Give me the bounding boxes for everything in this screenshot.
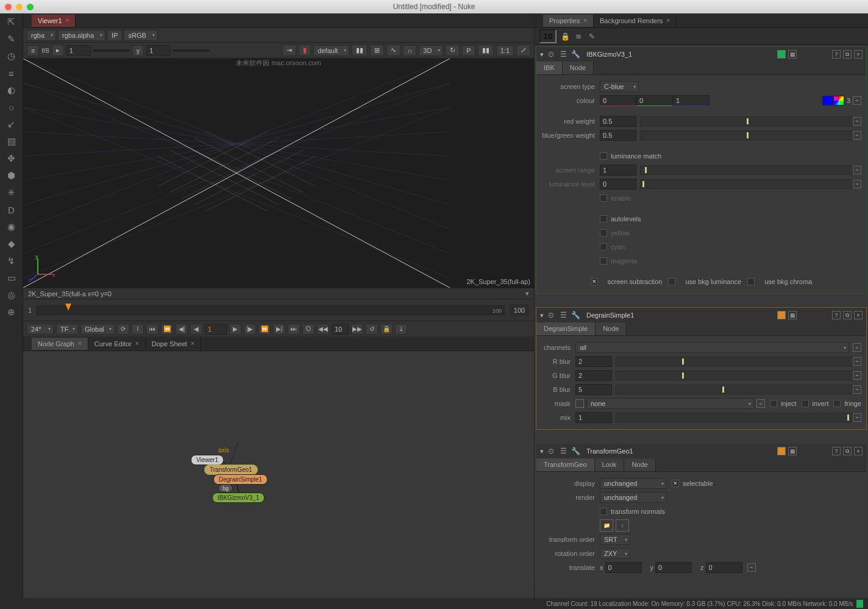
anim-icon[interactable]: ~ — [853, 357, 861, 366]
slider[interactable] — [616, 357, 853, 366]
timeline-track[interactable]: 100 — [37, 305, 505, 315]
tool-icon[interactable]: ↯ — [5, 255, 18, 267]
check-bkg-chroma[interactable] — [747, 278, 755, 285]
play-icon[interactable]: ▶ — [229, 324, 241, 335]
close-icon[interactable]: × — [666, 17, 670, 24]
current-frame[interactable] — [205, 324, 227, 335]
close-icon[interactable]: × — [78, 340, 82, 347]
out-icon[interactable]: O — [302, 324, 315, 335]
node-degrain[interactable]: DegrainSimple1 — [213, 474, 268, 485]
translate-x[interactable] — [605, 562, 642, 573]
tool-icon[interactable]: ▤ — [5, 135, 18, 148]
link-icon[interactable]: ☰ — [558, 49, 568, 59]
prev-frame-icon[interactable]: ◀ — [190, 324, 202, 335]
panel-header[interactable]: ▾ ⊙ ☰ 🔧 TransformGeo1 ▩ ? ⧉ × — [536, 444, 866, 458]
tf-drop[interactable]: TF — [56, 324, 78, 335]
check-bkg-lum[interactable] — [668, 278, 675, 285]
center-icon[interactable]: ⊙ — [546, 310, 556, 320]
checker-icon[interactable]: ▩ — [788, 447, 797, 455]
skip-fwd-icon[interactable]: ▶▶ — [351, 324, 363, 335]
prev-key-icon[interactable]: ⏪ — [161, 324, 173, 335]
colour-r[interactable] — [600, 95, 636, 106]
alpha-drop[interactable]: rgba.alpha — [58, 30, 105, 41]
node-color-icon[interactable] — [777, 311, 786, 319]
check-yellow[interactable] — [600, 229, 607, 237]
close-icon[interactable]: × — [135, 340, 139, 347]
step-back-icon[interactable]: ◀| — [176, 324, 188, 335]
close-icon[interactable]: × — [583, 17, 587, 24]
slider[interactable] — [640, 116, 853, 126]
pencil-icon[interactable]: ✎ — [587, 32, 597, 41]
help-icon[interactable]: ? — [832, 447, 841, 455]
checker-icon[interactable]: ▩ — [788, 50, 797, 59]
tool-icon[interactable]: ⬢ — [5, 169, 18, 182]
slider[interactable] — [616, 413, 853, 422]
mask-check[interactable] — [575, 399, 584, 408]
tool-icon[interactable]: ✥ — [5, 152, 18, 165]
rotation-order-drop[interactable]: ZXY — [600, 548, 630, 559]
tool-icon[interactable]: ◆ — [5, 238, 18, 250]
viewer-tab[interactable]: Viewer1 × — [32, 15, 76, 27]
screen-type-drop[interactable]: C-blue — [600, 81, 639, 92]
undock-icon[interactable]: ⧉ — [843, 50, 852, 59]
lock-icon[interactable]: 🔒 — [560, 32, 570, 41]
tab-ibk[interactable]: IBK — [536, 62, 563, 74]
wrench-icon[interactable]: 🔧 — [571, 446, 580, 456]
tool-icon[interactable]: ◷ — [5, 50, 18, 62]
undock-icon[interactable]: ⧉ — [843, 311, 852, 319]
export-icon[interactable]: ⤓ — [395, 324, 407, 335]
close-icon[interactable]: × — [854, 50, 863, 59]
check-lum-match[interactable] — [600, 152, 607, 160]
proxy-icon[interactable]: P — [462, 45, 475, 56]
check-transform-normals[interactable] — [600, 508, 607, 515]
slider[interactable] — [616, 385, 853, 394]
gamma-input[interactable] — [146, 45, 171, 56]
loop-icon[interactable]: ↺ — [366, 324, 378, 335]
collapse-icon[interactable]: ▾ — [540, 51, 544, 59]
mask-drop[interactable]: none — [586, 398, 754, 409]
check-inject[interactable] — [770, 400, 777, 407]
transform-order-drop[interactable]: SRT — [600, 534, 630, 545]
channel-drop[interactable]: rgba — [27, 30, 56, 41]
tab-node[interactable]: Node — [596, 322, 627, 335]
tool-icon[interactable]: ✳ — [5, 187, 18, 199]
node-bg[interactable]: bg — [218, 484, 233, 493]
lum-level[interactable] — [600, 179, 636, 190]
tool-icon[interactable]: ≡ — [5, 67, 18, 79]
menu-icon[interactable]: ≡ — [27, 45, 39, 56]
scope-drop[interactable]: Global — [80, 324, 115, 335]
slider[interactable] — [640, 179, 853, 189]
skip-back-icon[interactable]: ◀◀ — [317, 324, 329, 335]
timeline[interactable]: 1 100 100 — [23, 299, 534, 321]
translate-z[interactable] — [706, 562, 742, 573]
anim-icon[interactable]: ~ — [853, 166, 861, 174]
help-icon[interactable]: ? — [832, 311, 841, 319]
slider[interactable] — [640, 130, 853, 140]
node-graph[interactable]: axis Viewer1 TransformGeo1 DegrainSimple… — [23, 351, 534, 609]
tab-node-graph[interactable]: Node Graph× — [32, 338, 88, 350]
zoom-window[interactable] — [27, 4, 34, 10]
minimize-window[interactable] — [16, 4, 23, 10]
display-drop[interactable]: unchanged — [600, 478, 667, 489]
node-transformgeo[interactable]: TransformGeo1 — [204, 465, 258, 475]
y-toggle[interactable]: y — [132, 45, 144, 56]
help-icon[interactable]: ? — [832, 50, 841, 59]
tab-curve-editor[interactable]: Curve Editor× — [88, 338, 146, 350]
wipe-drop[interactable]: default — [313, 45, 349, 56]
tool-icon[interactable]: ↙ — [5, 118, 18, 130]
eq-icon[interactable]: = — [756, 399, 765, 408]
colorspace-drop[interactable]: sRGB — [124, 30, 157, 41]
tool-icon[interactable]: D — [5, 204, 18, 216]
wrench-icon[interactable]: 🔧 — [571, 49, 580, 59]
check-cyan[interactable] — [600, 243, 607, 251]
rblur[interactable] — [575, 356, 612, 367]
anim-icon[interactable]: ~ — [853, 371, 861, 380]
anim-icon[interactable]: ~ — [853, 180, 861, 188]
first-frame-icon[interactable]: ⏮ — [146, 324, 158, 335]
channels-drop[interactable]: all — [575, 342, 849, 353]
clip-icon[interactable]: ⇥ — [282, 45, 296, 56]
tool-icon[interactable]: ⇱ — [5, 16, 18, 28]
pause-icon[interactable]: ▮▮ — [478, 45, 494, 56]
node-color-icon[interactable] — [777, 50, 786, 59]
center-icon[interactable]: ⊙ — [546, 446, 556, 456]
